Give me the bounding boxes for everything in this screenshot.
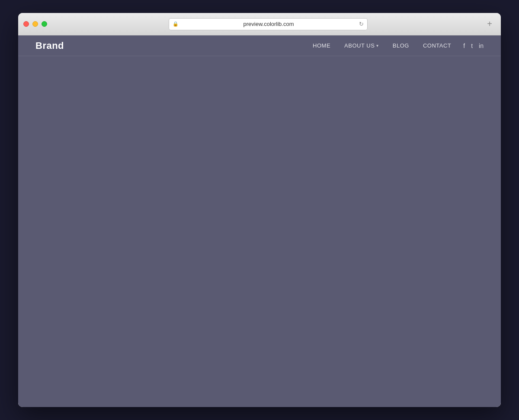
nav-bar: Brand HOME ABOUT US ▾ BLOG CONTACT f t i… [18, 35, 501, 56]
brand-logo[interactable]: Brand [35, 40, 64, 51]
close-button[interactable] [23, 21, 29, 27]
address-bar-container: 🔒 preview.colorlib.com ↻ [52, 18, 484, 30]
browser-window: 🔒 preview.colorlib.com ↻ + Brand HOME AB… [18, 13, 501, 407]
minimize-button[interactable] [32, 21, 38, 27]
title-bar: 🔒 preview.colorlib.com ↻ + [18, 13, 501, 35]
nav-contact[interactable]: CONTACT [423, 42, 451, 49]
nav-about-us[interactable]: ABOUT US ▾ [344, 42, 379, 49]
nav-blog[interactable]: BLOG [393, 42, 409, 49]
lock-icon: 🔒 [173, 21, 179, 27]
nav-about-us-label: ABOUT US [344, 42, 375, 49]
chevron-down-icon: ▾ [376, 43, 379, 48]
nav-home[interactable]: HOME [313, 42, 330, 49]
address-text: preview.colorlib.com [181, 21, 356, 27]
facebook-icon[interactable]: f [463, 42, 465, 49]
new-tab-button[interactable]: + [484, 18, 496, 30]
twitter-icon[interactable]: t [471, 42, 473, 49]
traffic-lights [23, 21, 47, 27]
address-bar[interactable]: 🔒 preview.colorlib.com ↻ [169, 18, 368, 30]
maximize-button[interactable] [42, 21, 47, 27]
main-content [18, 56, 501, 407]
nav-links: HOME ABOUT US ▾ BLOG CONTACT [313, 42, 451, 49]
website: Brand HOME ABOUT US ▾ BLOG CONTACT f t i… [18, 35, 501, 407]
social-icons: f t in [463, 42, 484, 49]
refresh-icon[interactable]: ↻ [359, 21, 364, 27]
linkedin-icon[interactable]: in [479, 42, 484, 49]
